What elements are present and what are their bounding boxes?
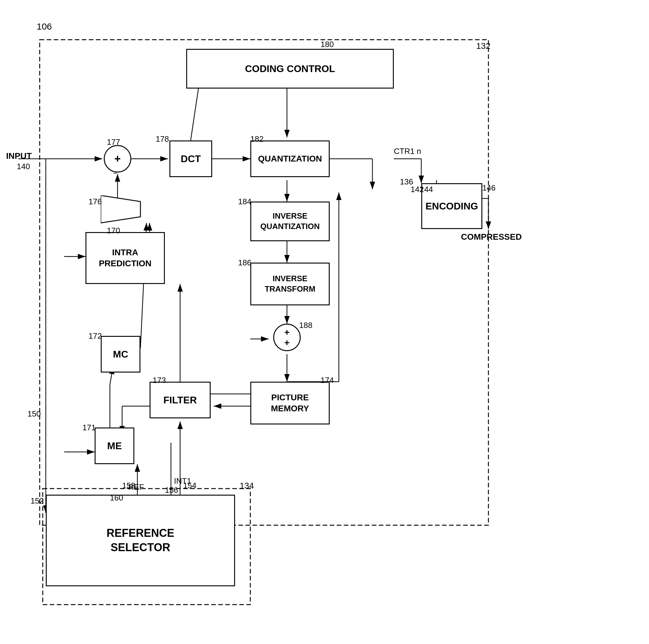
label-154: 154 [183,481,196,490]
label-150: 150 [28,409,41,419]
diagram-container: 106 INPUT 140 CODING CONTROL 180 DCT 178… [0,0,649,644]
label-140: 140 [17,162,30,171]
label-compressed: COMPRESSED [461,232,522,242]
label-182: 182 [250,134,263,144]
label-ref: REF [128,482,144,492]
label-178: 178 [156,134,169,144]
label-172: 172 [89,331,102,341]
block-dct: DCT [169,140,212,177]
label-160: 160 [110,493,123,503]
summing-junction-177: + [104,145,131,173]
label-134: 134 [240,481,254,491]
minus-sign-177: − [113,169,117,177]
label-106: 106 [37,22,52,32]
label-180: 180 [320,40,334,49]
label-177: 177 [107,137,120,147]
label-171: 171 [82,423,95,432]
block-reference-selector: REFERENCE SELECTOR [46,495,235,586]
label-146: 146 [482,183,495,193]
label-152: 152 [31,496,44,506]
label-ctr1n: CTR1 n [394,146,421,156]
label-144: 144 [420,185,433,194]
block-quantization: QUANTIZATION [250,140,330,177]
label-176: 176 [89,197,102,206]
block-coding-control: CODING CONTROL [186,49,394,89]
label-156: 156 [165,485,178,495]
label-input: INPUT [6,151,32,161]
mux-176 [101,196,140,223]
svg-marker-40 [101,196,140,223]
label-132: 132 [476,41,490,51]
